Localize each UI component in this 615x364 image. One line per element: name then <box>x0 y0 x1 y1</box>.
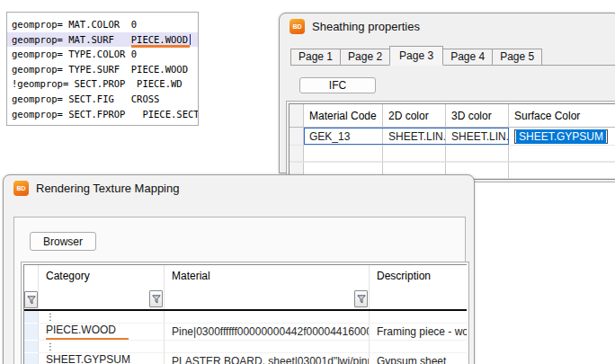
row-header-corner <box>24 265 39 287</box>
geomprop-code-editor[interactable]: geomprop= MAT.COLOR 0 geomprop= MAT.SURF… <box>6 12 199 126</box>
row-header-corner <box>290 104 304 128</box>
rendering-texture-mapping-window: BD Rendering Texture Mapping Browser Cat… <box>3 174 475 364</box>
tab-page-3[interactable]: Page 3 <box>389 46 443 66</box>
cell-3d-color[interactable]: SHEET.LIN... <box>446 128 509 145</box>
filter-cell-description <box>370 287 467 309</box>
cell-material[interactable]: Pine|0300ffffff00000000442f000044160000.… <box>165 324 370 341</box>
window-title: Rendering Texture Mapping <box>36 182 179 195</box>
code-line: geomprop= SECT.FPROP PIECE.SECT <box>7 107 198 122</box>
filter-button[interactable] <box>24 291 38 308</box>
selected-material-row[interactable]: GEK_13 SHEET.LIN... SHEET.LIN... SHEET.G… <box>290 128 615 145</box>
column-header-category[interactable]: Category <box>39 265 165 287</box>
funnel-icon <box>357 295 366 304</box>
sheathing-titlebar[interactable]: BD Sheathing properties <box>280 13 615 39</box>
cell-material[interactable]: PLASTER BOARD, sheet|03001d"lwi/pinnat..… <box>165 353 370 364</box>
column-header-3d-color[interactable]: 3D color <box>446 104 509 128</box>
texture-mapping-grid: Category Material Description <box>23 264 467 364</box>
cell-category[interactable]: PIECE.WOOD <box>39 324 165 341</box>
code-line: geomprop= TYPE.SURF PIECE.WOOD <box>7 62 198 77</box>
row-header-cell[interactable] <box>24 353 39 364</box>
column-header-2d-color[interactable]: 2D color <box>383 104 446 128</box>
surface-color-edit-box[interactable]: SHEET.GYPSUM <box>514 129 608 144</box>
collapsed-group-row[interactable]: ⋮ <box>24 311 467 324</box>
texture-row-piece-wood[interactable]: PIECE.WOOD Pine|0300ffffff00000000442f00… <box>24 324 467 341</box>
row-header-cell[interactable] <box>290 128 304 145</box>
app-logo-icon: BD <box>13 181 29 196</box>
rendering-titlebar[interactable]: BD Rendering Texture Mapping <box>4 175 474 200</box>
filter-cell-category <box>39 287 165 309</box>
vertical-dots-icon: ⋮ <box>46 343 55 351</box>
grid-header-row: Material Code 2D color 3D color Surface … <box>290 104 615 128</box>
text-caret <box>190 34 191 45</box>
filter-cell-material <box>165 287 370 309</box>
grid-header-row: Category Material Description <box>24 265 467 287</box>
ifc-button[interactable]: IFC <box>299 77 376 93</box>
row-header-cell[interactable] <box>24 324 39 341</box>
code-line: geomprop= MAT.COLOR 0 <box>7 17 198 32</box>
cell-description[interactable]: Framing piece - wood <box>370 324 467 341</box>
marked-value-piece-wood: PIECE.WOOD <box>131 34 190 45</box>
selected-cell-text: SHEET.GYPSUM <box>516 129 606 144</box>
page-tab-strip: Page 1 Page 2 Page 3 Page 4 Page 5 <box>290 46 615 66</box>
grid-filter-row <box>24 287 467 311</box>
texture-row-sheet-gypsum[interactable]: SHEET.GYPSUM PLASTER BOARD, sheet|03001d… <box>24 353 467 364</box>
vertical-dots-icon: ⋮ <box>46 314 55 321</box>
empty-grid-row[interactable] <box>290 145 615 162</box>
column-header-material[interactable]: Material <box>165 265 370 287</box>
tab-page-5[interactable]: Page 5 <box>492 49 542 65</box>
tab-page-1[interactable]: Page 1 <box>290 49 341 65</box>
browser-button[interactable]: Browser <box>30 232 96 251</box>
cell-surface-color-editing[interactable]: SHEET.GYPSUM <box>509 128 615 145</box>
tab-page-4[interactable]: Page 4 <box>442 49 493 65</box>
column-header-description[interactable]: Description <box>370 265 467 287</box>
funnel-icon <box>152 295 161 304</box>
app-logo-icon: BD <box>290 19 305 34</box>
sheathing-materials-grid: Material Code 2D color 3D color Surface … <box>289 103 615 180</box>
code-line: geomprop= SECT.FIG CROSS <box>7 92 198 107</box>
sheathing-properties-window: BD Sheathing properties Page 1 Page 2 Pa… <box>279 13 615 173</box>
cell-material-code[interactable]: GEK_13 <box>304 128 383 145</box>
column-header-surface-color[interactable]: Surface Color <box>509 104 615 128</box>
column-header-material-code[interactable]: Material Code <box>304 104 383 128</box>
code-line: !geomprop= SECT.PROP PIECE.WD <box>7 76 198 92</box>
tab-page-2[interactable]: Page 2 <box>340 49 390 65</box>
code-line: geomprop= TYPE.COLOR 0 <box>7 47 198 62</box>
filter-cell <box>24 287 39 309</box>
code-line-highlighted: geomprop= MAT.SURF PIECE.WOOD <box>7 32 198 48</box>
collapsed-group-row[interactable]: ⋮ <box>24 341 467 353</box>
filter-button-category[interactable] <box>149 290 163 307</box>
cell-2d-color[interactable]: SHEET.LIN... <box>383 128 446 145</box>
cell-category[interactable]: SHEET.GYPSUM <box>39 353 165 364</box>
funnel-icon <box>27 296 36 305</box>
texture-mapping-panel: Browser Category Material Description <box>13 217 466 364</box>
cell-description[interactable]: Gypsum sheet <box>370 353 467 364</box>
filter-button-material[interactable] <box>354 290 368 307</box>
window-title: Sheathing properties <box>312 20 420 33</box>
